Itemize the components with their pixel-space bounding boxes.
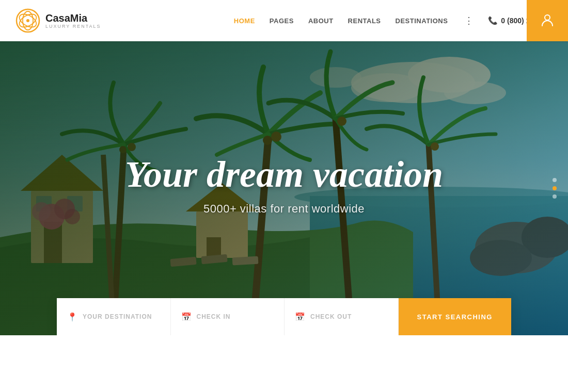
brand-name: CasaMia (45, 12, 101, 24)
logo-area: CasaMia LUXURY RENTALS (15, 8, 101, 33)
hero-title: Your dream vacation (57, 154, 511, 195)
logo-icon (15, 8, 40, 33)
hero-section: Your dream vacation 5000+ villas for ren… (0, 41, 568, 335)
phone-icon: 📞 (488, 16, 498, 25)
slider-dots (553, 178, 557, 199)
bottom-area (0, 335, 568, 392)
checkin-placeholder: CHECK IN (197, 313, 231, 320)
hero-content: Your dream vacation 5000+ villas for ren… (57, 154, 511, 216)
nav-about[interactable]: ABOUT (308, 17, 334, 25)
search-bar: 📍 YOUR DESTINATION 📅 CHECK IN 📅 CHECK OU… (57, 298, 511, 335)
svg-point-5 (545, 15, 550, 20)
checkin-field[interactable]: 📅 CHECK IN (171, 298, 285, 335)
destination-field[interactable]: 📍 YOUR DESTINATION (57, 298, 171, 335)
user-login-button[interactable] (527, 0, 568, 41)
hero-subtitle: 5000+ villas for rent worldwide (57, 203, 511, 216)
nav-rentals[interactable]: RENTALS (348, 17, 381, 25)
calendar-checkin-icon: 📅 (181, 312, 192, 322)
checkout-placeholder: CHECK OUT (310, 313, 352, 320)
header: CasaMia LUXURY RENTALS HOME PAGES ABOUT … (0, 0, 568, 41)
calendar-checkout-icon: 📅 (295, 312, 305, 322)
nav-pages[interactable]: PAGES (270, 17, 294, 25)
start-searching-button[interactable]: START SEARCHING (399, 298, 511, 335)
location-icon: 📍 (67, 312, 77, 322)
main-nav: HOME PAGES ABOUT RENTALS DESTINATIONS ⋮ (234, 15, 474, 26)
svg-point-4 (26, 19, 29, 22)
nav-destinations[interactable]: DESTINATIONS (396, 17, 448, 25)
checkout-field[interactable]: 📅 CHECK OUT (285, 298, 399, 335)
logo-text: CasaMia LUXURY RENTALS (45, 12, 101, 29)
slider-dot-1[interactable] (553, 178, 557, 182)
more-menu-icon[interactable]: ⋮ (464, 15, 474, 26)
nav-home[interactable]: HOME (234, 17, 255, 25)
brand-tagline: LUXURY RENTALS (45, 24, 101, 29)
slider-dot-2[interactable] (553, 186, 557, 190)
user-icon (540, 12, 555, 29)
destination-placeholder: YOUR DESTINATION (83, 313, 152, 320)
slider-dot-3[interactable] (553, 194, 557, 199)
